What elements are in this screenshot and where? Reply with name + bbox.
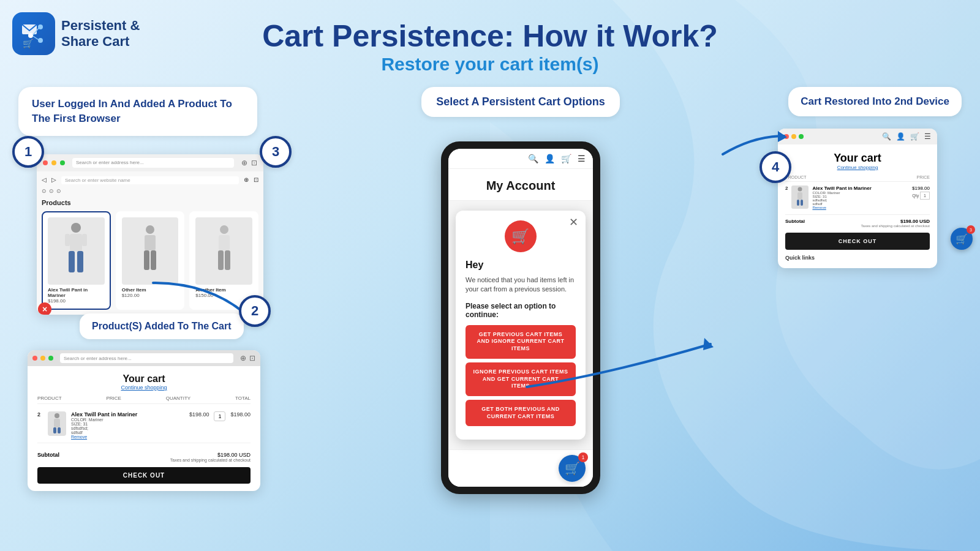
d2-cart-fab[interactable]: 🛒 3 (951, 228, 973, 250)
cart-item-info: Alex Twill Pant in Mariner COLOR: Marine… (71, 411, 184, 439)
cart-item-price: $198.00 (189, 411, 209, 418)
checkout-button[interactable]: CHECK OUT (37, 467, 251, 484)
svg-rect-31 (801, 200, 803, 206)
modal-select-text: Please select an option to continue: (466, 302, 576, 319)
d2-cart-badge: 3 (967, 225, 975, 234)
cart-item-img (48, 411, 66, 436)
step1-label-box: User Logged In And Added A Product To Th… (18, 87, 257, 136)
browser-bar-1: Search or enter address here... ⊕ ⊡ (37, 154, 263, 171)
search-icon: 🔍 (528, 154, 538, 163)
svg-rect-25 (58, 427, 61, 433)
main-title: Cart Persistence: How it Work? (0, 18, 980, 54)
tax-note: Taxes and shipping calculated at checkou… (37, 458, 251, 462)
sub-title: Restore your cart item(s) (0, 54, 980, 75)
d2-price: $198.00 (912, 186, 930, 191)
subtotal-row: Subtotal $198.00 USD (37, 448, 251, 458)
cart-columns: PRODUCT PRICE QUANTITY TOTAL (37, 395, 251, 404)
cart-icon: 🛒 (561, 154, 571, 163)
phone-mockup: 🔍 👤 🛒 ☰ My Account ✕ 🛒 Hey We noticed th… (441, 141, 600, 494)
center-column: Select A Persistent Cart Options 3 🔍 👤 🛒… (276, 87, 766, 494)
svg-rect-11 (65, 234, 70, 246)
arrow-2-to-3 (514, 326, 747, 402)
svg-point-7 (71, 223, 81, 233)
product-img-1 (48, 217, 105, 285)
d2-tax: Taxes and shipping calculated at checkou… (785, 224, 930, 228)
svg-marker-26 (703, 338, 714, 350)
step4-circle: 4 (760, 151, 791, 183)
svg-rect-29 (797, 192, 802, 200)
svg-marker-27 (778, 131, 787, 142)
svg-point-13 (146, 225, 154, 234)
svg-rect-12 (82, 234, 87, 246)
device2-body: Your cart Continue shopping PRODUCT PRIC… (778, 144, 937, 268)
phone-bottom-area: 🛒 1 (448, 449, 593, 487)
svg-point-28 (798, 187, 802, 192)
cart-url-bar: Search or enter address here... (60, 353, 233, 363)
cart-subtitle: Continue shopping (37, 384, 251, 391)
cart-header-bar: Search or enter address here... ⊕ ⊡ (28, 350, 260, 366)
product-card-1: Alex Twill Pant in Mariner $198.00 × (42, 211, 111, 310)
d2-checkout-button[interactable]: CHECK OUT (785, 233, 930, 250)
svg-rect-30 (797, 200, 799, 206)
select-options-label: Select A Persistent Cart Options (421, 87, 620, 129)
d2-continue[interactable]: Continue shopping (785, 165, 930, 170)
cart-body: Your cart Continue shopping PRODUCT PRIC… (28, 366, 260, 491)
device2-icons: 🔍 👤 🛒 ☰ (882, 132, 931, 141)
header: Cart Persistence: How it Work? Restore y… (0, 0, 980, 75)
svg-point-22 (55, 413, 59, 418)
content-area: User Logged In And Added A Product To Th… (0, 75, 980, 515)
left-column: User Logged In And Added A Product To Th… (18, 87, 276, 315)
d2-cart-title: Your cart (785, 152, 930, 165)
svg-rect-20 (225, 250, 230, 270)
cart-title: Your cart (37, 373, 251, 384)
d2-quick-links: Quick links (785, 255, 930, 261)
modal-close-icon[interactable]: ✕ (569, 216, 578, 229)
d2-menu-icon: ☰ (924, 132, 931, 141)
d2-item-img (791, 186, 809, 209)
svg-rect-15 (144, 250, 149, 270)
right-column: Cart Restored Into 2nd Device 4 🔍 👤 🛒 (778, 87, 962, 268)
my-account-title: My Account (448, 169, 593, 201)
cart-badge: 1 (578, 452, 588, 462)
product-name-1: Alex Twill Pant in Mariner (48, 287, 105, 298)
product-img-2 (122, 217, 179, 285)
step2-circle: 2 (239, 295, 271, 327)
step1-circle: 1 (12, 136, 44, 168)
d2-subtotal: Subtotal $198.00 USD (785, 214, 930, 224)
d2-item-row: 2 Alex Twill Pant in Mariner COLOR: (785, 186, 930, 209)
device2-mockup: 🔍 👤 🛒 ☰ Your cart Continue shopping PROD… (778, 129, 937, 268)
url-bar-1: Search or enter address here... (72, 158, 234, 168)
product-price-1: $198.00 (48, 298, 105, 304)
svg-rect-16 (151, 250, 156, 270)
svg-rect-8 (70, 234, 82, 251)
svg-rect-10 (77, 251, 83, 272)
d2-remove-link[interactable]: Remove (812, 206, 908, 209)
cart-item-row: 2 Alex Twill Pant in Mariner COLOR: (37, 408, 251, 443)
svg-rect-24 (53, 427, 56, 433)
menu-icon: ☰ (578, 154, 586, 163)
svg-rect-9 (69, 251, 75, 272)
svg-rect-23 (54, 419, 60, 427)
cart-window: Search or enter address here... ⊕ ⊡ Your… (28, 350, 260, 491)
product-img-3 (195, 217, 252, 285)
d2-col-headers: PRODUCT PRICE (785, 175, 930, 182)
cart-remove-link[interactable]: Remove (71, 435, 184, 439)
modal-hey: Hey (466, 260, 576, 271)
remove-btn-1[interactable]: × (38, 302, 51, 315)
svg-rect-14 (145, 235, 156, 250)
phone-cart-fab[interactable]: 🛒 1 (559, 455, 586, 482)
d2-search-icon: 🔍 (882, 132, 891, 141)
account-icon: 👤 (545, 154, 555, 163)
d2-cart-icon: 🛒 (910, 132, 919, 141)
restored-label: Cart Restored Into 2nd Device (788, 87, 962, 116)
option-btn-3[interactable]: GET BOTH PREVIOUS AND CURRENT CART ITEMS (466, 400, 576, 426)
cart-qty[interactable]: 1 (214, 411, 225, 421)
device2-bar: 🔍 👤 🛒 ☰ (778, 129, 937, 144)
phone-screen: 🔍 👤 🛒 ☰ My Account ✕ 🛒 Hey We noticed th… (448, 149, 593, 487)
cart-mockup: Search or enter address here... ⊕ ⊡ Your… (28, 350, 260, 491)
device2-wrapper: 🔍 👤 🛒 ☰ Your cart Continue shopping PROD… (778, 129, 962, 268)
d2-qty[interactable]: 1 (920, 192, 930, 200)
svg-point-17 (220, 225, 228, 234)
phone-top-bar: 🔍 👤 🛒 ☰ (448, 149, 593, 169)
modal-text: We noticed that you had items left in yo… (466, 276, 576, 294)
